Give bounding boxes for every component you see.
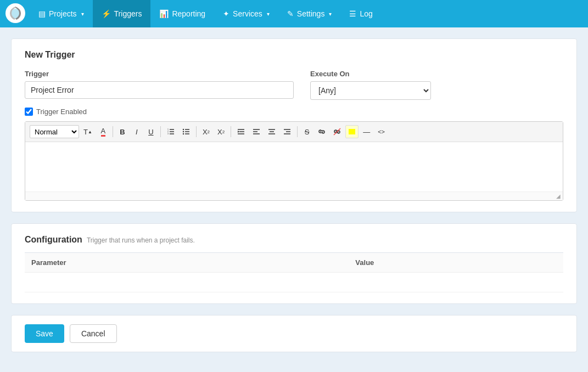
strikethrough-btn[interactable]: S — [300, 125, 313, 138]
projects-icon: ▤ — [38, 9, 46, 18]
svg-point-12 — [183, 133, 184, 134]
config-header: Configuration Trigger that runs when a p… — [25, 235, 563, 245]
underline-btn[interactable]: U — [144, 125, 158, 138]
ordered-list-btn[interactable]: 123 — [164, 125, 178, 138]
nav-label-log: Log — [360, 9, 372, 18]
sep3 — [196, 126, 197, 137]
nav-label-triggers: Triggers — [114, 9, 142, 18]
horizontal-rule-btn[interactable]: — — [360, 125, 373, 138]
trigger-name-input[interactable] — [25, 81, 294, 99]
rte-resize-handle: ◢ — [25, 191, 563, 200]
log-icon: ☰ — [349, 9, 356, 18]
nav-item-reporting[interactable]: 📊 Reporting — [150, 0, 214, 27]
remove-link-btn[interactable] — [330, 125, 344, 138]
config-subtitle: Trigger that runs when a project fails. — [87, 236, 195, 244]
trigger-enabled-checkbox[interactable] — [25, 108, 33, 116]
config-title: Configuration — [25, 235, 82, 245]
config-table-header-row: Parameter Value — [25, 253, 563, 273]
bold-btn[interactable]: B — [116, 125, 129, 138]
nav-item-projects[interactable]: ▤ Projects ▾ — [30, 0, 93, 27]
sep2 — [160, 126, 161, 137]
svg-marker-16 — [238, 131, 239, 133]
config-table-head: Parameter Value — [25, 253, 563, 273]
rte-content-area[interactable] — [25, 142, 563, 191]
rich-text-editor: Normal Heading 1 Heading 2 Heading 3 T▲ … — [25, 121, 563, 201]
svg-text:3: 3 — [167, 133, 169, 135]
format-select[interactable]: Normal Heading 1 Heading 2 Heading 3 — [30, 125, 79, 138]
source-code-btn[interactable]: <> — [374, 125, 388, 138]
reporting-icon: 📊 — [159, 9, 169, 18]
nav-label-projects: Projects — [49, 9, 77, 18]
trigger-form-row: Trigger Execute On [Any] Success Failure… — [25, 70, 563, 100]
insert-link-btn[interactable] — [315, 125, 329, 138]
new-trigger-card: New Trigger Trigger Execute On [Any] Suc… — [11, 38, 577, 212]
cancel-button[interactable]: Cancel — [70, 324, 117, 343]
config-table-body — [25, 273, 563, 292]
param-column-header: Parameter — [25, 253, 349, 273]
svg-point-11 — [183, 131, 184, 132]
footer-actions: Save Cancel — [11, 315, 577, 352]
chevron-down-icon-services: ▾ — [267, 11, 270, 17]
subscript-btn[interactable]: X2 — [199, 125, 213, 138]
align-center-btn[interactable] — [265, 125, 279, 138]
rte-toolbar: Normal Heading 1 Heading 2 Heading 3 T▲ … — [25, 122, 563, 142]
highlight-btn[interactable] — [345, 125, 359, 138]
chevron-down-icon: ▾ — [81, 11, 84, 17]
navbar: ▤ Projects ▾ ⚡ Triggers 📊 Reporting ✦ Se… — [0, 0, 588, 27]
main-content: New Trigger Trigger Execute On [Any] Suc… — [0, 27, 588, 363]
svg-point-10 — [183, 129, 184, 130]
nav-label-services: Services — [233, 9, 262, 18]
font-color-btn[interactable]: A — [97, 125, 110, 138]
services-icon: ✦ — [223, 9, 229, 18]
sep5 — [297, 126, 298, 137]
nav-item-services[interactable]: ✦ Services ▾ — [214, 0, 278, 27]
trigger-name-group: Trigger — [25, 70, 294, 100]
settings-icon: ✎ — [287, 9, 294, 18]
unordered-list-btn[interactable] — [179, 125, 193, 138]
empty-row — [25, 273, 563, 292]
triggers-icon: ⚡ — [102, 9, 111, 18]
nav-item-settings[interactable]: ✎ Settings ▾ — [278, 0, 341, 27]
execute-on-label: Execute On — [310, 70, 431, 78]
new-trigger-title: New Trigger — [25, 50, 563, 60]
indent-right-btn[interactable] — [234, 125, 248, 138]
sep1 — [113, 126, 113, 137]
chevron-down-icon-settings: ▾ — [329, 11, 332, 17]
save-button[interactable]: Save — [25, 324, 64, 343]
configuration-card: Configuration Trigger that runs when a p… — [11, 223, 577, 304]
execute-on-select[interactable]: [Any] Success Failure Always — [310, 81, 431, 100]
config-table: Parameter Value — [25, 252, 563, 292]
brand-logo[interactable] — [5, 3, 25, 25]
italic-btn[interactable]: I — [130, 125, 143, 138]
trigger-enabled-row: Trigger Enabled — [25, 108, 563, 116]
nav-item-triggers[interactable]: ⚡ Triggers — [93, 0, 151, 27]
align-left-btn[interactable] — [249, 125, 264, 138]
trigger-label: Trigger — [25, 70, 294, 78]
align-right-btn[interactable] — [280, 125, 294, 138]
font-size-btn[interactable]: T▲ — [80, 125, 96, 138]
superscript-btn[interactable]: X2 — [214, 125, 228, 138]
trigger-enabled-label[interactable]: Trigger Enabled — [36, 108, 87, 116]
nav-label-settings: Settings — [297, 9, 325, 18]
nav-label-reporting: Reporting — [172, 9, 205, 18]
execute-on-group: Execute On [Any] Success Failure Always — [310, 70, 431, 100]
nav-item-log[interactable]: ☰ Log — [340, 0, 381, 27]
sep4 — [231, 126, 231, 137]
value-column-header: Value — [349, 253, 563, 273]
